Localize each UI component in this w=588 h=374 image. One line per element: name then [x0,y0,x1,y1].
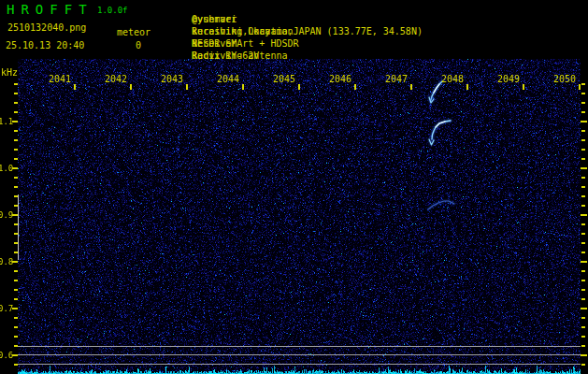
freq-minor-tick-left [14,102,18,104]
info-row-antenna: Recviving antenna:Radix RY-62V [169,40,192,50]
freq-major-tick-left [12,167,18,169]
freq-major-tick-right [581,121,587,122]
freq-major-tick-left [12,121,18,122]
time-tick [466,84,468,90]
time-tick-label: 2047 [381,74,408,84]
time-tick [186,84,188,90]
time-tick [130,84,132,90]
freq-minor-tick-left [14,289,18,291]
hrofft-window: HROFFT 1.0.0f 2510132040.png meteor 25.1… [0,0,588,374]
freq-minor-tick-right [581,83,585,85]
mode-label: meteor [117,27,151,37]
output-filename: 2510132040.png [7,22,86,33]
freq-minor-tick-right [581,326,585,328]
freq-minor-tick-left [14,83,18,85]
info-row-observer: Ovserver:@yuhmari [169,4,192,14]
freq-minor-tick-right [581,149,585,151]
freq-major-tick-left [12,261,18,263]
app-version: 1.0.0f [97,6,128,15]
freq-minor-tick-right [581,158,585,160]
freq-minor-tick-right [581,177,585,179]
freq-minor-tick-left [14,139,18,141]
time-tick [354,84,356,90]
time-tick [298,84,300,90]
info-value: @yuhmari [192,14,237,24]
freq-minor-tick-left [14,158,18,160]
marker-line [18,354,581,355]
info-row-location: Receiving Location:kurashiki,Okayama,JAP… [169,16,192,26]
freq-major-tick-left [12,308,18,309]
info-row-receiver: Receiver:NESDR SMArt + HDSDR [169,28,192,38]
time-tick [579,84,581,90]
freq-major-tick-right [581,261,587,263]
freq-minor-tick-right [581,364,585,366]
time-tick-label: 2043 [157,74,183,84]
date-time-label: 25.10.13 20:40 [6,40,84,50]
time-tick-label: 2041 [45,74,71,84]
time-tick-label: 2048 [437,74,464,84]
freq-minor-tick-right [581,280,585,281]
freq-major-tick-right [581,214,587,216]
freq-minor-tick-left [14,149,18,151]
freq-minor-tick-left [14,177,18,179]
freq-tick-label: 0.6 [0,351,13,360]
freq-minor-tick-right [581,195,585,197]
freq-minor-tick-left [14,130,18,132]
time-tick [242,84,244,90]
freq-minor-tick-right [581,317,585,319]
freq-minor-tick-right [581,345,585,347]
time-tick [523,84,524,90]
time-tick-label: 2045 [269,74,295,84]
freq-tick-label: 1.1 [0,117,13,126]
freq-minor-tick-right [581,111,585,113]
freq-minor-tick-right [581,289,585,291]
freq-minor-tick-right [581,233,585,235]
info-value: NESDR SMArt + HDSDR [192,38,298,49]
freq-minor-tick-right [581,298,585,300]
freq-major-tick-right [581,167,587,169]
freq-minor-tick-right [581,205,585,207]
freq-minor-tick-left [14,280,18,281]
freq-minor-tick-left [14,270,18,272]
freq-minor-tick-left [14,111,18,113]
freq-major-tick-right [581,308,587,309]
echo-duration-bar [18,194,19,260]
freq-minor-tick-left [14,298,18,300]
freq-minor-tick-right [581,270,585,272]
freq-minor-tick-right [581,242,585,244]
time-tick-label: 2050 [550,74,576,84]
app-title: HROFFT [7,3,93,16]
freq-minor-tick-left [14,326,18,328]
freq-minor-tick-left [14,317,18,319]
time-tick [410,84,412,90]
freq-minor-tick-right [581,102,585,104]
freq-minor-tick-right [581,223,585,225]
marker-line [18,364,581,365]
freq-tick-label: 1.0 [0,164,13,173]
freq-minor-tick-right [581,139,585,141]
time-tick-label: 2042 [101,74,127,84]
freq-minor-tick-right [581,186,585,188]
marker-line [18,346,581,347]
info-value: kurashiki,Okayama,JAPAN (133.77E, 34.58N… [192,26,423,36]
freq-minor-tick-left [14,186,18,188]
freq-minor-tick-right [581,252,585,253]
freq-minor-tick-left [14,93,18,94]
freq-tick-label: 0.8 [0,257,13,266]
khz-axis-label: kHz [1,67,18,78]
freq-minor-tick-right [581,130,585,132]
time-tick-label: 2044 [213,74,239,84]
freq-tick-label: 0.7 [0,304,13,313]
freq-minor-tick-right [581,336,585,338]
time-tick-label: 2049 [494,74,520,84]
spectrogram-noise-canvas [18,59,581,374]
freq-minor-tick-left [14,336,18,338]
freq-major-tick-right [581,354,587,356]
time-tick-label: 2046 [325,74,351,84]
meteor-count-value: 0 [136,40,141,50]
time-tick [74,84,76,90]
freq-minor-tick-right [581,93,585,94]
freq-tick-label: 0.9 [0,210,13,220]
